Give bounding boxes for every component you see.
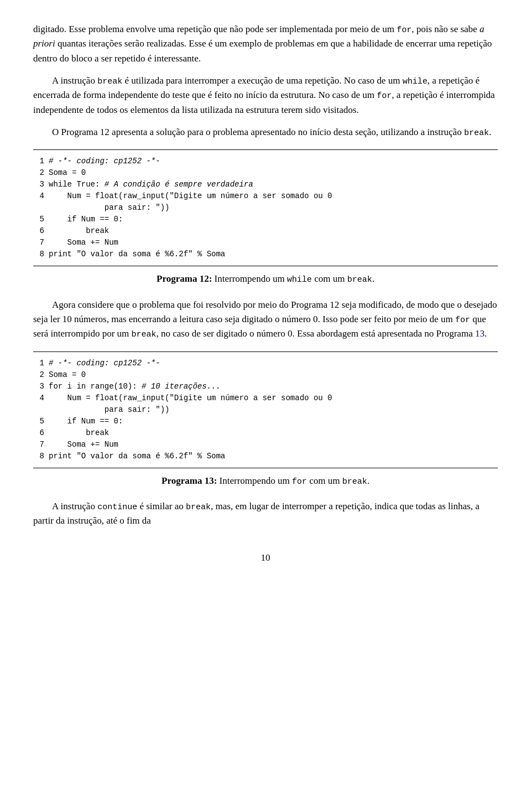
line-code: Soma += Num [49, 237, 498, 249]
caption-code-while: while [287, 275, 312, 285]
line-code: # -*- coding: cp1252 -*- [49, 156, 498, 167]
caption-code-break: break [347, 275, 372, 285]
line-number: 7 [33, 439, 49, 451]
line-number: 4 [33, 190, 49, 202]
caption-label: Programa 12: [157, 273, 212, 284]
paragraph-3: O Programa 12 apresenta a solução para o… [33, 125, 498, 139]
paragraph-final: A instrução continue é similar ao break,… [33, 499, 498, 529]
inline-code-break-2: break [464, 128, 489, 138]
inline-code-for-2: for [377, 91, 392, 101]
code-line-6: 6 break [33, 225, 498, 237]
line-code: if Num == 0: [49, 214, 498, 225]
code-line-b4: 4 Num = float(raw_input("Digite um númer… [33, 392, 498, 404]
caption-code-for: for [292, 477, 307, 487]
code-line-b6: 6 break [33, 427, 498, 439]
inline-code-for-3: for [455, 316, 470, 325]
line-code: while True: # A condição é sempre verdad… [49, 179, 498, 190]
inline-code-while-1: while [403, 77, 428, 86]
link-program-13[interactable]: 13 [475, 328, 485, 339]
code-line-b1: 1 # -*- coding: cp1252 -*- [33, 358, 498, 369]
line-number: 8 [33, 451, 49, 462]
caption-text: Interrompendo um while com um break. [215, 273, 374, 284]
code-line-b8: 8 print "O valor da soma é %6.2f" % Soma [33, 451, 498, 462]
line-code: print "O valor da soma é %6.2f" % Soma [49, 451, 498, 462]
code-line-b4b: para sair: ")) [33, 404, 498, 416]
inline-italic: a priori [33, 24, 484, 49]
line-number: 1 [33, 156, 49, 167]
line-number: 3 [33, 179, 49, 190]
code-line-7: 7 Soma += Num [33, 237, 498, 249]
caption-label-13: Programa 13: [162, 475, 217, 486]
code-block-1: 1 # -*- coding: cp1252 -*- 2 Soma = 0 3 … [33, 149, 498, 266]
code-line-1: 1 # -*- coding: cp1252 -*- [33, 156, 498, 167]
line-code: Soma = 0 [49, 369, 498, 381]
paragraph-1: digitado. Esse problema envolve uma repe… [33, 22, 498, 66]
line-number: 8 [33, 249, 49, 260]
inline-code-for-1: for [397, 25, 412, 35]
inline-code-break-3: break [132, 330, 157, 339]
caption-text-13: Interrompendo um for com um break. [220, 475, 369, 486]
line-code: Soma += Num [49, 439, 498, 451]
code-line-2: 2 Soma = 0 [33, 167, 498, 179]
inline-code-break-1: break [97, 77, 122, 86]
line-code: Soma = 0 [49, 167, 498, 179]
code-line-3: 3 while True: # A condição é sempre verd… [33, 179, 498, 190]
line-code: print "O valor da soma é %6.2f" % Soma [49, 249, 498, 260]
line-code: break [49, 427, 498, 439]
line-number: 2 [33, 167, 49, 179]
line-code: para sair: ")) [49, 202, 498, 214]
code-line-8: 8 print "O valor da soma é %6.2f" % Soma [33, 249, 498, 260]
code-line-b7: 7 Soma += Num [33, 439, 498, 451]
page-number: 10 [33, 551, 498, 565]
line-number: 4 [33, 392, 49, 404]
code-line-b3: 3 for i in range(10): # 10 iterações... [33, 381, 498, 392]
line-number: 5 [33, 416, 49, 427]
line-code: Num = float(raw_input("Digite um número … [49, 392, 498, 404]
page-content: digitado. Esse problema envolve uma repe… [33, 22, 498, 529]
line-number: 6 [33, 427, 49, 439]
caption-program-12: Programa 12: Interrompendo um while com … [33, 272, 498, 286]
line-number: 6 [33, 225, 49, 237]
line-code: if Num == 0: [49, 416, 498, 427]
line-code: for i in range(10): # 10 iterações... [49, 381, 498, 392]
line-code: break [49, 225, 498, 237]
code-line-4: 4 Num = float(raw_input("Digite um númer… [33, 190, 498, 202]
caption-code-break-2: break [342, 477, 367, 487]
paragraph-2: A instrução break é utilizada para inter… [33, 74, 498, 117]
code-line-4b: para sair: ")) [33, 202, 498, 214]
inline-code-continue: continue [97, 503, 137, 512]
paragraph-after-12: Agora considere que o problema que foi r… [33, 298, 498, 342]
caption-program-13: Programa 13: Interrompendo um for com um… [33, 474, 498, 488]
line-number: 1 [33, 358, 49, 369]
code-line-5: 5 if Num == 0: [33, 214, 498, 225]
code-line-b5: 5 if Num == 0: [33, 416, 498, 427]
inline-code-break-final: break [186, 503, 211, 512]
line-code: para sair: ")) [49, 404, 498, 416]
code-block-2: 1 # -*- coding: cp1252 -*- 2 Soma = 0 3 … [33, 351, 498, 468]
line-number: 3 [33, 381, 49, 392]
line-code: Num = float(raw_input("Digite um número … [49, 190, 498, 202]
line-code: # -*- coding: cp1252 -*- [49, 358, 498, 369]
code-line-b2: 2 Soma = 0 [33, 369, 498, 381]
line-number: 5 [33, 214, 49, 225]
line-number: 7 [33, 237, 49, 249]
line-number: 2 [33, 369, 49, 381]
